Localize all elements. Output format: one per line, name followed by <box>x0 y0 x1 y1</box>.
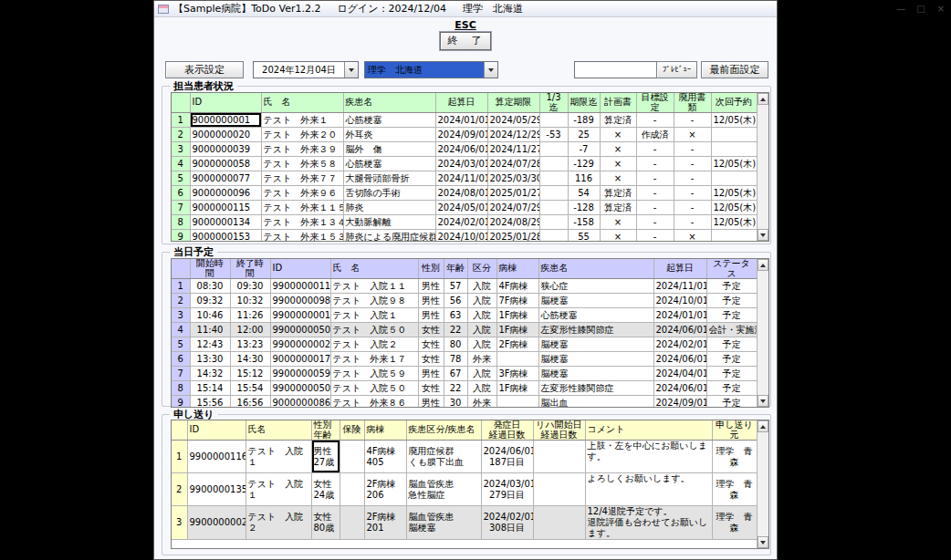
cell-name[interactable]: テスト 外来１１５ <box>261 201 343 215</box>
cell-ward[interactable]: 2F病棟 <box>496 337 538 352</box>
cell-sex[interactable]: 男性 <box>418 308 444 323</box>
display-settings-button[interactable]: 表示設定 <box>165 61 244 78</box>
cell-deadline[interactable]: 2024/08/29 <box>487 215 539 230</box>
cell-sex[interactable]: 男性 <box>418 367 444 381</box>
handover-scrollbar[interactable] <box>757 420 768 548</box>
minimize-button[interactable]: — <box>893 4 909 14</box>
cell-third[interactable]: -53 <box>539 128 568 142</box>
cell-deadline[interactable]: 2024/11/27 <box>487 142 539 157</box>
cell-etime[interactable]: 09:30 <box>230 279 270 294</box>
cell-id[interactable]: 9000000115 <box>190 201 261 215</box>
cell-next[interactable]: 12/05(木) <box>711 113 757 128</box>
report-date-select[interactable]: 2024年12月04日 <box>253 61 359 78</box>
cell-disease[interactable]: 脳梗塞 <box>538 294 653 308</box>
cell-reha[interactable] <box>533 506 585 540</box>
cell-doc[interactable]: - <box>674 215 711 230</box>
cell-no[interactable]: 2 <box>172 128 190 142</box>
cell-third[interactable] <box>539 157 568 171</box>
cell-comment[interactable]: 12/4退院予定です。 退院評価も合わせてお願いします。 <box>585 506 712 540</box>
cell-plan[interactable]: 算定済 <box>600 186 636 201</box>
cell-stime[interactable]: 13:30 <box>190 352 230 367</box>
cell-plan[interactable]: × <box>600 142 636 157</box>
cell-date[interactable]: 2024/09/01 <box>653 396 706 409</box>
cell-name[interactable]: テスト 外来８６ <box>330 396 418 409</box>
cell-plan[interactable]: × <box>600 215 636 230</box>
cell-doc[interactable]: × <box>674 230 711 243</box>
cell-kubun[interactable]: 外来 <box>467 352 496 367</box>
cell-kubun[interactable]: 外来 <box>467 396 496 409</box>
cell-etime[interactable]: 14:30 <box>230 352 270 367</box>
cell-kubun[interactable]: 入院 <box>467 381 496 396</box>
cell-goal[interactable]: - <box>636 230 674 243</box>
cell-kubun[interactable]: 入院 <box>467 308 496 323</box>
cell-id[interactable]: 9000000017 <box>270 352 330 367</box>
cell-id[interactable]: 9900000098 <box>270 294 330 308</box>
cell-no[interactable]: 5 <box>172 337 190 352</box>
cell-name[interactable]: テスト 入院５０ <box>330 323 418 337</box>
cell-stime[interactable]: 08:30 <box>190 279 230 294</box>
cell-status[interactable]: 予定 <box>706 279 757 294</box>
cell-comment[interactable]: 上肢・左を中心にお願いします。 <box>585 441 712 473</box>
cell-disease[interactable]: 脳梗塞 <box>538 352 653 367</box>
cell-onset[interactable]: 2024/03/01 279日目 <box>481 473 533 506</box>
cell-id[interactable]: 9900000011 <box>270 279 330 294</box>
cell-sexage[interactable]: 女性 24歳 <box>311 473 340 506</box>
cell-deadline[interactable]: 2024/07/28 <box>487 157 539 171</box>
staff-dropdown-button[interactable] <box>484 62 497 78</box>
cell-from[interactable]: 理学 青森 <box>712 506 757 540</box>
cell-age[interactable]: 63 <box>444 308 467 323</box>
cell-third[interactable] <box>539 215 568 230</box>
scroll-down-button[interactable] <box>758 536 768 548</box>
cell-date[interactable]: 2024/04/01 <box>653 367 706 381</box>
cell-id[interactable]: 9900000059 <box>270 367 330 381</box>
cell-status[interactable]: 予定 <box>706 294 757 308</box>
cell-plan[interactable]: × <box>600 157 636 171</box>
cell-no[interactable]: 6 <box>172 186 190 201</box>
cell-age[interactable]: 67 <box>444 367 467 381</box>
cell-age[interactable]: 22 <box>444 323 467 337</box>
cell-doc[interactable]: - <box>674 113 711 128</box>
cell-etime[interactable]: 16:56 <box>230 396 270 409</box>
cell-start[interactable]: 2024/02/01 <box>435 215 487 230</box>
cell-deadline[interactable]: 2024/12/29 <box>487 128 539 142</box>
cell-stime[interactable]: 14:32 <box>190 367 230 381</box>
scroll-up-button[interactable] <box>758 420 768 432</box>
cell-name[interactable]: テスト 外来１ <box>261 113 343 128</box>
cell-name[interactable]: テスト 外来１７ <box>330 352 418 367</box>
cell-disease[interactable]: 左変形性膝関節症 <box>538 381 653 396</box>
cell-limit[interactable]: -189 <box>568 113 600 128</box>
cell-id[interactable]: 9900000001 <box>270 308 330 323</box>
cell-no[interactable]: 1 <box>172 279 190 294</box>
cell-kubun[interactable]: 入院 <box>467 323 496 337</box>
cell-sex[interactable]: 女性 <box>418 323 444 337</box>
cell-name[interactable]: テスト 外来９６ <box>261 186 343 201</box>
cell-no[interactable]: 4 <box>172 157 190 171</box>
cell-sex[interactable]: 女性 <box>418 337 444 352</box>
cell-id[interactable]: 9000000077 <box>190 171 261 186</box>
cell-goal[interactable]: 作成済 <box>636 128 674 142</box>
cell-from[interactable]: 理学 青森 <box>712 473 757 506</box>
cell-deadline[interactable]: 2025/01/27 <box>487 186 539 201</box>
cell-status[interactable]: 予定 <box>706 367 757 381</box>
cell-no[interactable]: 2 <box>172 294 190 308</box>
cell-third[interactable] <box>539 230 568 243</box>
cell-third[interactable] <box>539 171 568 186</box>
cell-ins[interactable] <box>340 441 364 473</box>
cell-no[interactable]: 3 <box>172 308 190 323</box>
cell-stime[interactable]: 11:40 <box>190 323 230 337</box>
cell-disease[interactable]: 大動脈解離 <box>343 215 435 230</box>
cell-disease[interactable]: 舌切除の手術 <box>343 186 435 201</box>
cell-id[interactable]: 9900000135 <box>187 473 246 506</box>
cell-start[interactable]: 2024/06/01 <box>435 142 487 157</box>
cell-no[interactable]: 1 <box>172 113 190 128</box>
exit-button[interactable]: 終 了 <box>440 32 491 50</box>
cell-sex[interactable]: 女性 <box>418 352 444 367</box>
cell-start[interactable]: 2024/10/01 <box>435 230 487 243</box>
cell-ward[interactable]: 7F病棟 <box>496 294 538 308</box>
cell-stime[interactable]: 15:56 <box>190 396 230 409</box>
cell-next[interactable] <box>711 171 757 186</box>
cell-name[interactable]: テスト 外来２０ <box>261 128 343 142</box>
cell-kubun[interactable]: 入院 <box>467 337 496 352</box>
scroll-down-button[interactable] <box>758 229 768 241</box>
cell-sex[interactable]: 男性 <box>418 279 444 294</box>
